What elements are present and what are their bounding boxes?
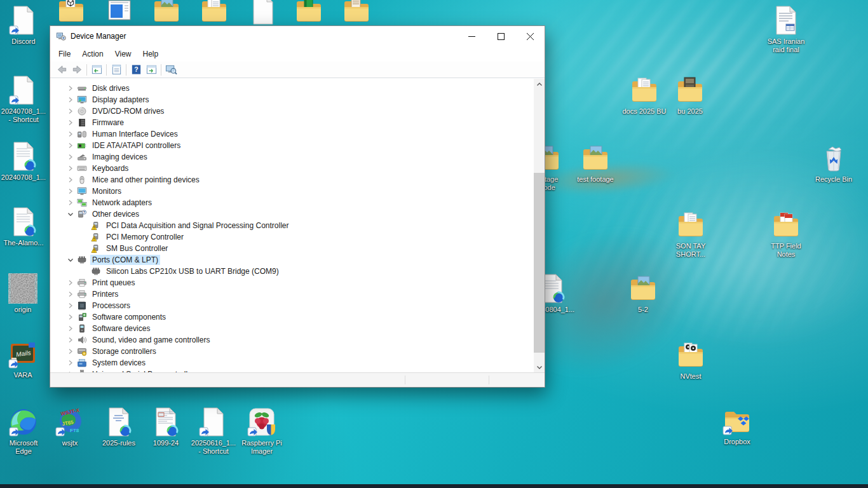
edge-icon xyxy=(8,407,39,437)
desktop-icon-discord[interactable]: Discord xyxy=(0,5,51,46)
desktop-icon-the-alamo[interactable]: The-Alamo... xyxy=(0,207,51,247)
tree-item-mice-and-other-pointing-devices[interactable]: Mice and other pointing devices xyxy=(50,174,534,186)
tree-item-dvd-cd-rom-drives[interactable]: DVD/CD-ROM drives xyxy=(50,105,534,117)
vertical-scrollbar[interactable] xyxy=(534,79,545,372)
tree-item-printers[interactable]: Printers xyxy=(50,288,534,300)
desktop-icon-ttp-field-notes[interactable]: TTP Field Notes xyxy=(759,210,813,259)
tree-item-print-queues[interactable]: Print queues xyxy=(50,277,534,288)
tree-item-sm-bus-controller[interactable]: SM Bus Controller xyxy=(50,243,534,254)
chevron-down-icon[interactable] xyxy=(65,209,76,219)
chevron-right-icon[interactable] xyxy=(65,289,76,299)
chevron-right-icon[interactable] xyxy=(65,163,76,173)
desktop-icon-top-7[interactable] xyxy=(341,0,372,25)
desktop-icon-1099-24[interactable]: 1099-24 xyxy=(139,407,193,447)
chevron-right-icon[interactable] xyxy=(65,129,76,139)
tree-item-monitors[interactable]: Monitors xyxy=(50,186,534,197)
tree-item-label: Network adapters xyxy=(90,198,154,208)
menu-view[interactable]: View xyxy=(109,48,137,60)
desktop-icon-5-2[interactable]: 5-2 xyxy=(616,273,670,314)
taskbar-edge[interactable] xyxy=(0,484,868,488)
desktop-icon-20250616-shortcut[interactable]: 20250616_1... - Shortcut xyxy=(186,407,241,456)
tree-item-software-components[interactable]: Software components xyxy=(50,311,534,323)
tree-item-pci-data-acquisition-and-signal-processing-controller[interactable]: PCI Data Acquisition and Signal Processi… xyxy=(50,220,534,231)
tree-item-firmware[interactable]: Firmware xyxy=(50,117,534,128)
chevron-right-icon[interactable] xyxy=(65,106,76,116)
desktop-icon-son-tay-short[interactable]: SON TAY SHORT... xyxy=(663,210,718,259)
menu-help[interactable]: Help xyxy=(137,48,165,60)
desktop-icon-bu-2025[interactable]: bu 2025 xyxy=(663,75,717,116)
tree-item-silicon-labs-cp210x-usb-to-uart-bridge-com9[interactable]: Silicon Labs CP210x USB to UART Bridge (… xyxy=(50,266,534,277)
tree-item-software-devices[interactable]: Software devices xyxy=(50,323,534,334)
chevron-right-icon[interactable] xyxy=(65,175,76,185)
tree-item-pci-memory-controller[interactable]: PCI Memory Controller xyxy=(50,231,534,243)
chevron-right-icon[interactable] xyxy=(65,118,76,128)
desktop-icon-top-6[interactable] xyxy=(294,0,324,25)
close-button[interactable] xyxy=(515,26,545,46)
desktop-icon-recycle-bin[interactable]: Recycle Bin xyxy=(806,143,861,184)
chevron-right-icon[interactable] xyxy=(65,140,76,151)
desktop-icon-sas-iranian-raid-final[interactable]: SAS Iranian raid final xyxy=(759,5,813,54)
chevron-right-icon[interactable] xyxy=(65,346,76,356)
help-icon[interactable]: ? xyxy=(128,63,144,77)
tree-item-display-adapters[interactable]: Display adapters xyxy=(50,94,534,105)
desktop-icon-nvtest[interactable]: NVtest xyxy=(663,340,718,381)
desktop-icon-top-1[interactable] xyxy=(56,0,86,25)
back-arrow-icon[interactable] xyxy=(54,63,69,77)
chevron-right-icon[interactable] xyxy=(65,335,76,345)
chevron-right-icon[interactable] xyxy=(65,323,76,334)
tree-item-network-adapters[interactable]: Network adapters xyxy=(50,197,534,208)
chevron-right-icon[interactable] xyxy=(65,198,76,208)
tree-item-sound-video-and-game-controllers[interactable]: Sound, video and game controllers xyxy=(50,334,534,346)
toolbar-separator xyxy=(126,64,126,76)
desktop-icon-top-3[interactable] xyxy=(151,0,182,25)
chevron-right-icon[interactable] xyxy=(65,278,76,288)
tree-item-keyboards[interactable]: Keyboards xyxy=(50,163,534,174)
tree-item-disk-drives[interactable]: Disk drives xyxy=(50,83,534,94)
tree-item-label: Software devices xyxy=(90,323,152,334)
scroll-up-icon[interactable] xyxy=(534,79,545,90)
desktop-icon-origin[interactable]: origin xyxy=(0,273,50,314)
tree-item-label: Mice and other pointing devices xyxy=(90,175,201,185)
desktop-icon-20240708-shortcut[interactable]: 20240708_1... - Shortcut xyxy=(0,75,51,124)
chevron-right-icon[interactable] xyxy=(65,312,76,322)
desktop-icon-top-2[interactable] xyxy=(104,0,135,25)
forward-arrow-icon[interactable] xyxy=(69,63,85,77)
properties-icon[interactable] xyxy=(109,63,124,77)
scroll-down-icon[interactable] xyxy=(534,362,545,372)
tree-item-label: Keyboards xyxy=(90,163,130,173)
scrollbar-thumb[interactable] xyxy=(534,173,545,353)
tree-item-storage-controllers[interactable]: Storage controllers xyxy=(50,346,534,357)
desktop-icon-test-footage[interactable]: test footage xyxy=(568,143,623,184)
chevron-right-icon[interactable] xyxy=(65,95,76,105)
chevron-right-icon[interactable] xyxy=(65,301,76,311)
maximize-button[interactable] xyxy=(486,26,515,46)
show-console-tree-icon[interactable] xyxy=(89,63,104,77)
chevron-right-icon[interactable] xyxy=(65,358,76,368)
tree-item-label: Printers xyxy=(90,289,120,299)
chevron-down-icon[interactable] xyxy=(65,255,76,265)
monitor-icon xyxy=(77,186,87,196)
desktop-icon-raspberry-pi-imager[interactable]: Raspberry Pi Imager xyxy=(234,407,289,456)
export-list-icon[interactable] xyxy=(144,63,159,77)
tree-item-imaging-devices[interactable]: Imaging devices xyxy=(50,151,534,163)
desktop-icon-vara[interactable]: MailsVARA xyxy=(0,339,50,379)
scan-hardware-icon[interactable] xyxy=(163,63,179,77)
menu-action[interactable]: Action xyxy=(76,48,109,60)
chevron-right-icon[interactable] xyxy=(65,83,76,93)
desktop-icon-top-5[interactable] xyxy=(248,0,278,25)
tree-item-ports-com-lpt[interactable]: Ports (COM & LPT) xyxy=(50,254,534,266)
tree-item-processors[interactable]: Processors xyxy=(50,300,534,311)
menu-file[interactable]: File xyxy=(53,48,76,60)
minimize-button[interactable] xyxy=(457,26,486,46)
tree-item-system-devices[interactable]: System devices xyxy=(50,357,534,369)
chevron-right-icon[interactable] xyxy=(65,152,76,162)
chevron-right-icon[interactable] xyxy=(65,186,76,196)
desktop-icon-20240708[interactable]: 20240708_1... xyxy=(0,141,51,182)
tree-item-ide-ata-atapi-controllers[interactable]: IDE ATA/ATAPI controllers xyxy=(50,140,534,151)
desktop-icon-top-4[interactable] xyxy=(199,0,229,25)
printer-icon xyxy=(77,289,87,299)
desktop-icon-wsjtx[interactable]: WSJT-XJT65FT8wsjtx xyxy=(43,407,97,447)
desktop-icon-dropbox[interactable]: Dropbox xyxy=(710,405,764,446)
tree-item-other-devices[interactable]: ?Other devices xyxy=(50,208,534,220)
tree-item-human-interface-devices[interactable]: Human Interface Devices xyxy=(50,128,534,140)
